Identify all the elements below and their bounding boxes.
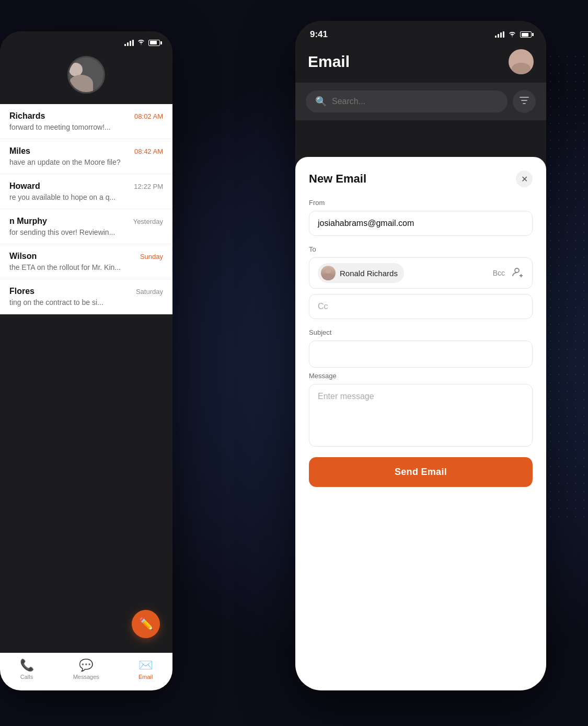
from-field[interactable]: josiahabrams@gmail.com — [309, 211, 533, 236]
email-item-header: Miles 08:42 AM — [9, 146, 163, 156]
email-preview: the ETA on the rollout for Mr. Kin... — [9, 263, 163, 271]
compose-modal: New Email ✕ From josiahabrams@gmail.com … — [295, 157, 546, 690]
list-item[interactable]: Howard 12:22 PM re you available to hope… — [0, 174, 172, 209]
from-label: From — [309, 199, 533, 207]
email-preview: ting on the contract to be si... — [9, 298, 163, 307]
list-item[interactable]: Flores Saturday ting on the contract to … — [0, 279, 172, 314]
app-header: Email — [295, 45, 546, 83]
email-preview: re you available to hope on a q... — [9, 193, 163, 201]
email-item-header: Howard 12:22 PM — [9, 182, 163, 191]
email-preview: for sending this over! Reviewin... — [9, 228, 163, 236]
tab-messages[interactable]: 💬 Messages — [73, 659, 99, 680]
email-sender: Miles — [9, 146, 30, 156]
list-item[interactable]: Richards 08:02 AM forward to meeting tom… — [0, 104, 172, 139]
compose-fab-button[interactable]: ✏️ — [132, 610, 160, 638]
compose-modal-header: New Email ✕ — [309, 171, 533, 187]
list-item[interactable]: Miles 08:42 AM have an update on the Moo… — [0, 139, 172, 174]
battery-icon — [520, 31, 532, 38]
send-email-label: Send Email — [395, 467, 447, 477]
app-title: Email — [308, 53, 350, 71]
tab-email-label: Email — [139, 674, 153, 680]
search-bar[interactable]: 🔍 — [306, 90, 508, 112]
email-time: 08:42 AM — [134, 148, 163, 155]
email-tab-icon: ✉️ — [139, 659, 153, 672]
signal-icon — [124, 40, 134, 46]
svg-point-0 — [515, 268, 519, 273]
battery-icon — [148, 40, 160, 46]
message-field[interactable]: Enter message — [309, 384, 533, 447]
add-contact-button[interactable] — [512, 267, 524, 280]
message-placeholder: Enter message — [318, 392, 374, 401]
to-field-actions: Bcc — [493, 267, 524, 280]
bg-phone-avatar-area — [0, 51, 172, 104]
email-preview: forward to meeting tomorrow!... — [9, 123, 163, 131]
email-sender: n Murphy — [9, 217, 47, 226]
from-value: josiahabrams@gmail.com — [318, 219, 414, 228]
email-time: Sunday — [140, 253, 163, 260]
calls-icon: 📞 — [20, 659, 34, 672]
edit-icon: ✏️ — [139, 617, 153, 631]
email-time: 08:02 AM — [134, 112, 163, 120]
to-label: To — [309, 245, 533, 253]
message-label: Message — [309, 372, 533, 380]
bcc-button[interactable]: Bcc — [493, 269, 505, 277]
email-sender: Wilson — [9, 252, 37, 261]
email-item-header: Wilson Sunday — [9, 252, 163, 261]
email-item-header: Flores Saturday — [9, 287, 163, 296]
email-preview: have an update on the Moore file? — [9, 158, 163, 166]
filter-icon — [520, 96, 529, 107]
cc-placeholder: Cc — [318, 302, 328, 311]
email-item-header: n Murphy Yesterday — [9, 217, 163, 226]
tab-bar: 📞 Calls 💬 Messages ✉️ Email — [0, 653, 172, 690]
wifi-icon — [508, 30, 516, 39]
search-icon: 🔍 — [315, 96, 327, 107]
email-time: Yesterday — [133, 218, 163, 225]
email-sender: Flores — [9, 287, 34, 296]
email-time: Saturday — [136, 288, 163, 296]
tab-calls[interactable]: 📞 Calls — [20, 659, 34, 680]
recipient-name: Ronald Richards — [340, 269, 398, 278]
messages-icon: 💬 — [79, 659, 93, 672]
search-input[interactable] — [332, 97, 498, 106]
tab-calls-label: Calls — [20, 674, 33, 680]
email-item-header: Richards 08:02 AM — [9, 111, 163, 121]
bg-status-icons — [124, 39, 160, 47]
signal-icon — [495, 31, 504, 38]
to-field[interactable]: Ronald Richards Bcc — [309, 257, 533, 289]
close-icon: ✕ — [521, 174, 528, 184]
wifi-icon — [137, 39, 145, 47]
status-time: 9:41 — [310, 29, 328, 40]
user-avatar[interactable] — [509, 49, 534, 74]
recipient-avatar — [321, 266, 336, 280]
email-list: Richards 08:02 AM forward to meeting tom… — [0, 104, 172, 314]
phone-background: Richards 08:02 AM forward to meeting tom… — [0, 31, 172, 690]
search-area: 🔍 — [295, 83, 546, 120]
email-sender: Howard — [9, 182, 40, 191]
compose-modal-title: New Email — [309, 172, 366, 186]
filter-button[interactable] — [513, 90, 536, 113]
tab-email[interactable]: ✉️ Email — [139, 659, 153, 680]
subject-label: Subject — [309, 328, 533, 336]
subject-field[interactable] — [309, 341, 533, 368]
send-email-button[interactable]: Send Email — [309, 457, 533, 487]
status-right-icons — [495, 30, 532, 39]
close-button[interactable]: ✕ — [516, 171, 533, 187]
cc-field[interactable]: Cc — [309, 294, 533, 319]
list-item[interactable]: n Murphy Yesterday for sending this over… — [0, 209, 172, 244]
email-sender: Richards — [9, 111, 45, 121]
bg-phone-status-bar — [0, 31, 172, 51]
recipient-chip[interactable]: Ronald Richards — [318, 263, 404, 283]
list-item[interactable]: Wilson Sunday the ETA on the rollout for… — [0, 244, 172, 279]
phone-foreground: 9:41 Email — [295, 21, 546, 690]
tab-messages-label: Messages — [73, 674, 99, 680]
status-bar: 9:41 — [295, 21, 546, 45]
email-time: 12:22 PM — [134, 183, 163, 190]
bg-phone-avatar — [67, 56, 105, 94]
